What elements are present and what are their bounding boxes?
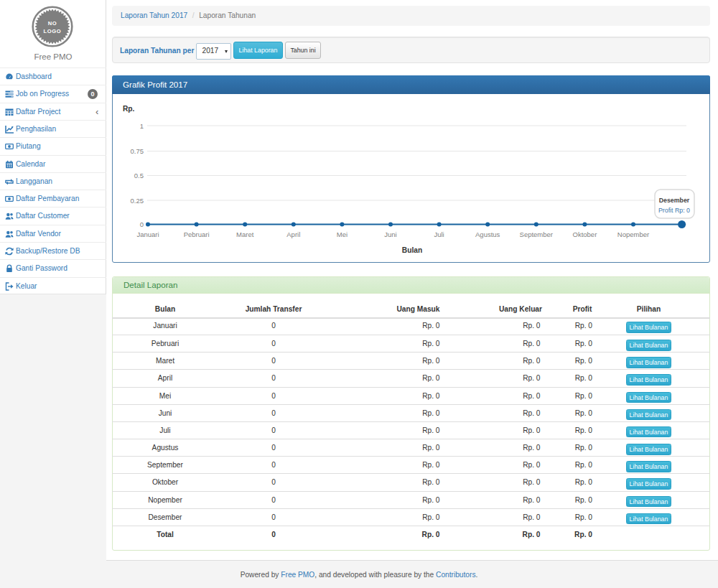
svg-text:Profit Rp: 0: Profit Rp: 0 bbox=[658, 207, 690, 214]
svg-text:LOGO: LOGO bbox=[44, 28, 62, 34]
svg-text:Bulan: Bulan bbox=[402, 246, 422, 254]
svg-text:Juli: Juli bbox=[434, 230, 444, 238]
svg-text:Januari: Januari bbox=[136, 230, 159, 238]
svg-text:Rp.: Rp. bbox=[123, 105, 135, 113]
svg-text:Mei: Mei bbox=[337, 230, 348, 238]
svg-text:Pebruari: Pebruari bbox=[184, 230, 210, 238]
svg-text:0.5: 0.5 bbox=[134, 172, 144, 179]
svg-text:1: 1 bbox=[140, 122, 144, 130]
svg-text:0.25: 0.25 bbox=[131, 197, 144, 205]
svg-text:Nopember: Nopember bbox=[617, 230, 649, 238]
svg-text:September: September bbox=[520, 230, 553, 238]
svg-text:Oktober: Oktober bbox=[573, 230, 597, 238]
svg-text:Juni: Juni bbox=[384, 230, 396, 238]
svg-text:NO: NO bbox=[48, 20, 57, 27]
svg-text:Maret: Maret bbox=[236, 230, 254, 238]
svg-text:April: April bbox=[286, 230, 300, 238]
svg-text:Desember: Desember bbox=[659, 197, 690, 204]
svg-text:0: 0 bbox=[140, 220, 144, 228]
svg-text:Agustus: Agustus bbox=[475, 230, 500, 238]
svg-text:0.75: 0.75 bbox=[131, 147, 144, 155]
